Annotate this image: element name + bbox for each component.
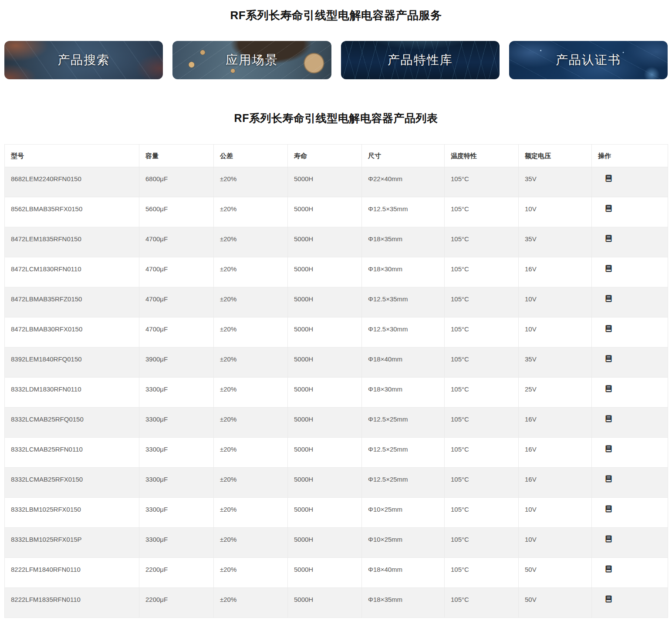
cell-model: 8682LEM2240RFN0150	[5, 167, 139, 197]
column-header-action: 操作	[592, 145, 668, 167]
cell-temperature: 105°C	[445, 317, 519, 348]
banner-product-feature-library[interactable]: 产品特性库	[341, 41, 500, 79]
view-datasheet-button[interactable]	[605, 235, 612, 242]
cell-action	[592, 257, 668, 287]
view-datasheet-button[interactable]	[605, 475, 612, 483]
cell-tolerance: ±20%	[214, 528, 288, 558]
banner-product-certificates[interactable]: 产品认证书	[509, 41, 668, 79]
cell-model: 8472LBMAB30RFX0150	[5, 317, 139, 348]
cell-rated-voltage: 25V	[519, 378, 592, 408]
cell-size: Φ12.5×30mm	[362, 317, 445, 348]
cell-model: 8472LEM1835RFN0150	[5, 227, 139, 257]
cell-model: 8332LCMAB25RFX0150	[5, 468, 139, 498]
cell-action	[592, 227, 668, 257]
table-row: 8332LCMAB25RFX01503300μF±20%5000HΦ12.5×2…	[5, 468, 668, 498]
cell-size: Φ18×35mm	[362, 588, 445, 618]
cell-size: Φ18×30mm	[362, 378, 445, 408]
banner-product-search[interactable]: 产品搜索	[4, 41, 163, 79]
view-datasheet-button[interactable]	[605, 265, 612, 272]
table-row: 8332LCMAB25RFN01103300μF±20%5000HΦ12.5×2…	[5, 438, 668, 468]
cell-life: 5000H	[288, 257, 362, 287]
cell-temperature: 105°C	[445, 498, 519, 528]
cell-capacity: 3300μF	[139, 378, 214, 408]
cell-action	[592, 468, 668, 498]
view-datasheet-button[interactable]	[605, 325, 612, 332]
cell-capacity: 2200μF	[139, 588, 214, 618]
cell-rated-voltage: 10V	[519, 317, 592, 348]
cell-life: 5000H	[288, 498, 362, 528]
cell-rated-voltage: 10V	[519, 498, 592, 528]
view-datasheet-button[interactable]	[605, 505, 612, 513]
cell-life: 5000H	[288, 287, 362, 317]
cell-temperature: 105°C	[445, 588, 519, 618]
cell-size: Φ12.5×25mm	[362, 408, 445, 438]
banner-application-scenarios[interactable]: 应用场景	[172, 41, 331, 79]
cell-life: 5000H	[288, 588, 362, 618]
column-header-life: 寿命	[288, 145, 362, 167]
table-row: 8222LFM1835RFN01102200μF±20%5000HΦ18×35m…	[5, 588, 668, 618]
column-header-model: 型号	[5, 145, 139, 167]
cell-model: 8472LBMAB35RFZ0150	[5, 287, 139, 317]
cell-action	[592, 438, 668, 468]
column-header-rated-voltage: 额定电压	[519, 145, 592, 167]
view-datasheet-button[interactable]	[605, 445, 612, 452]
cell-tolerance: ±20%	[214, 438, 288, 468]
cell-rated-voltage: 16V	[519, 408, 592, 438]
view-datasheet-button[interactable]	[605, 595, 612, 603]
notebook-icon	[605, 445, 612, 452]
table-row: 8472LBMAB30RFX01504700μF±20%5000HΦ12.5×3…	[5, 317, 668, 348]
cell-action	[592, 287, 668, 317]
notebook-icon	[605, 175, 612, 182]
cell-temperature: 105°C	[445, 287, 519, 317]
cell-rated-voltage: 35V	[519, 227, 592, 257]
banner-label: 产品认证书	[556, 52, 621, 68]
table-row: 8682LEM2240RFN01506800μF±20%5000HΦ22×40m…	[5, 167, 668, 197]
cell-action	[592, 348, 668, 378]
cell-tolerance: ±20%	[214, 588, 288, 618]
view-datasheet-button[interactable]	[605, 205, 612, 212]
cell-capacity: 3300μF	[139, 438, 214, 468]
table-header-row: 型号 容量 公差 寿命 尺寸 温度特性 额定电压 操作	[5, 145, 668, 167]
cell-model: 8472LCM1830RFN0110	[5, 257, 139, 287]
column-header-size: 尺寸	[362, 145, 445, 167]
cell-rated-voltage: 16V	[519, 468, 592, 498]
cell-rated-voltage: 35V	[519, 167, 592, 197]
view-datasheet-button[interactable]	[605, 565, 612, 573]
cell-capacity: 3900μF	[139, 348, 214, 378]
cell-temperature: 105°C	[445, 408, 519, 438]
cell-capacity: 4700μF	[139, 227, 214, 257]
cell-size: Φ12.5×25mm	[362, 438, 445, 468]
cell-model: 8222LFM1835RFN0110	[5, 588, 139, 618]
cell-temperature: 105°C	[445, 257, 519, 287]
banner-row: 产品搜索 应用场景 产品特性库 产品认证书	[4, 41, 668, 79]
cell-model: 8222LFM1840RFN0110	[5, 558, 139, 588]
cell-rated-voltage: 35V	[519, 348, 592, 378]
view-datasheet-button[interactable]	[605, 355, 612, 362]
cell-tolerance: ±20%	[214, 227, 288, 257]
view-datasheet-button[interactable]	[605, 295, 612, 302]
view-datasheet-button[interactable]	[605, 385, 612, 392]
cell-tolerance: ±20%	[214, 167, 288, 197]
cell-temperature: 105°C	[445, 167, 519, 197]
cell-life: 5000H	[288, 348, 362, 378]
table-row: 8332LBM1025RFX015P3300μF±20%5000HΦ10×25m…	[5, 528, 668, 558]
cell-temperature: 105°C	[445, 438, 519, 468]
view-datasheet-button[interactable]	[605, 415, 612, 422]
table-row: 8332LCMAB25RFQ01503300μF±20%5000HΦ12.5×2…	[5, 408, 668, 438]
cell-size: Φ18×35mm	[362, 227, 445, 257]
cell-tolerance: ±20%	[214, 468, 288, 498]
cell-life: 5000H	[288, 197, 362, 227]
banner-label: 产品搜索	[57, 52, 110, 68]
cell-life: 5000H	[288, 468, 362, 498]
cell-size: Φ12.5×35mm	[362, 197, 445, 227]
banner-label: 应用场景	[226, 52, 278, 68]
cell-capacity: 4700μF	[139, 287, 214, 317]
cell-temperature: 105°C	[445, 528, 519, 558]
notebook-icon	[605, 265, 612, 272]
cell-action	[592, 558, 668, 588]
cell-life: 5000H	[288, 227, 362, 257]
view-datasheet-button[interactable]	[605, 175, 612, 182]
cell-life: 5000H	[288, 528, 362, 558]
cell-capacity: 3300μF	[139, 468, 214, 498]
view-datasheet-button[interactable]	[605, 535, 612, 543]
